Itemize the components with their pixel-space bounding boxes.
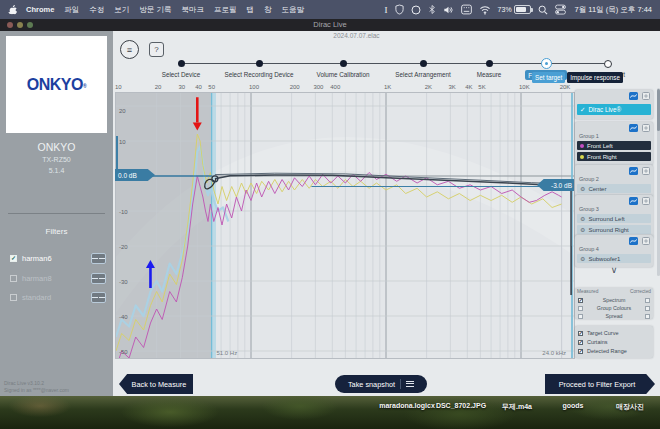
filter-label[interactable]: harman6 <box>22 254 52 263</box>
menubar-items: Chrome파일수정보기방문 기록북마크프로필탭창도움말 <box>19 5 309 15</box>
window-titlebar[interactable]: Dirac Live <box>0 19 660 31</box>
battery-indicator[interactable]: 73% <box>498 5 531 14</box>
group-options-icon[interactable] <box>642 92 650 100</box>
tab-impulse-response[interactable]: Impulse response <box>567 72 623 83</box>
group-curve-icon[interactable] <box>629 197 638 205</box>
filter-label[interactable]: standard <box>22 293 51 302</box>
desktop-file-label[interactable]: goods <box>563 402 584 409</box>
group-label: Group 3 <box>579 206 651 212</box>
measured-checkbox[interactable] <box>578 306 583 311</box>
speaker-row[interactable]: ⚙Surround Left <box>577 214 651 223</box>
step-dot-1[interactable] <box>256 60 263 67</box>
menu-item-1[interactable]: 파일 <box>59 5 84 15</box>
step-dot-5[interactable] <box>541 58 552 69</box>
record-circle-icon[interactable] <box>411 4 421 16</box>
filter-row[interactable]: harman8 <box>10 273 106 283</box>
desktop-file-label[interactable]: DSC_8702.JPG <box>436 402 486 409</box>
filter-label[interactable]: harman8 <box>22 274 52 283</box>
group-options-icon[interactable] <box>642 237 650 245</box>
target-level-flag-right[interactable]: -3.0 dB <box>537 179 574 191</box>
speaker-row[interactable]: ⚙Subwoofer1 <box>577 254 651 263</box>
app-version-info: Dirac Live v3.10.2 Signed in as ****@nav… <box>4 380 69 393</box>
step-dot-2[interactable] <box>340 60 347 67</box>
group-curve-icon[interactable] <box>629 167 638 175</box>
take-snapshot-button[interactable]: Take snapshot <box>335 375 427 393</box>
step-dot-0[interactable] <box>178 60 185 67</box>
keyboard-icon <box>92 278 98 279</box>
wifi-icon[interactable] <box>479 4 491 16</box>
tab-set-target[interactable]: Set target <box>532 72 565 83</box>
apple-icon[interactable] <box>8 4 19 16</box>
menu-item-7[interactable]: 탭 <box>241 5 259 15</box>
desktop-file-label[interactable]: 무제.m4a <box>502 402 532 412</box>
group-options-icon[interactable] <box>642 124 650 132</box>
corrected-checkbox[interactable] <box>645 314 650 319</box>
step-label-1[interactable]: Select Recording Device <box>211 71 307 78</box>
text-cursor-icon[interactable]: I <box>385 4 388 16</box>
filter-edit-button[interactable] <box>91 273 106 284</box>
measured-checkbox[interactable] <box>578 314 583 319</box>
desktop-file-label[interactable]: maradona.logicx <box>379 402 435 409</box>
speaker-row[interactable]: ✓Dirac Live® <box>577 104 651 115</box>
filter-checkbox[interactable] <box>10 294 17 301</box>
bluetooth-icon[interactable] <box>428 4 436 16</box>
display-checkbox[interactable]: ✓ <box>578 340 583 345</box>
shield-icon[interactable] <box>395 4 404 16</box>
speaker-row[interactable]: Front Right <box>577 152 651 161</box>
back-to-measure-button[interactable]: Back to Measure <box>119 374 193 394</box>
group-label: Group 1 <box>579 133 651 139</box>
y-tick-label: -50 <box>119 349 128 355</box>
speaker-row[interactable]: ⚙Surround Right <box>577 225 651 234</box>
menu-item-3[interactable]: 보기 <box>109 5 134 15</box>
panel-scrollbar[interactable] <box>657 88 660 276</box>
proceed-to-filter-export-button[interactable]: Proceed to Filter Export <box>545 374 655 394</box>
volume-icon[interactable] <box>443 4 454 16</box>
group-curve-icon[interactable] <box>629 237 638 245</box>
chevron-down-icon[interactable]: ∨ <box>599 266 629 276</box>
menu-item-8[interactable]: 창 <box>259 5 277 15</box>
menu-item-4[interactable]: 방문 기록 <box>134 5 176 15</box>
overlay-options-box: Measured Corrected ✓SpectrumGroup Colour… <box>575 288 653 319</box>
group-curve-icon[interactable] <box>629 124 638 132</box>
filter-checkbox[interactable]: ✓ <box>10 255 17 262</box>
speaker-row[interactable]: Front Left <box>577 141 651 150</box>
filter-edit-button[interactable] <box>91 292 106 303</box>
step-dot-6[interactable] <box>604 60 612 68</box>
step-dot-4[interactable] <box>486 60 493 67</box>
filter-edit-button[interactable] <box>91 253 106 264</box>
menubar-clock[interactable]: 7월 11일 (목) 오후 7:44 <box>573 5 652 15</box>
display-checkbox[interactable]: ✓ <box>578 349 583 354</box>
display-checkbox[interactable]: ✓ <box>578 331 583 336</box>
corrected-checkbox[interactable] <box>645 298 650 303</box>
target-level-flag-left[interactable]: 0.0 dB <box>115 169 155 181</box>
x-tick-label: 1K <box>384 84 391 90</box>
filter-row[interactable]: standard <box>10 292 106 302</box>
spotlight-icon[interactable] <box>538 4 548 16</box>
group-card-icons <box>629 237 650 245</box>
gear-icon: ⚙ <box>580 227 585 233</box>
menu-item-9[interactable]: 도움말 <box>276 5 309 15</box>
menu-item-2[interactable]: 수정 <box>84 5 109 15</box>
overlay-row: Group Colours <box>575 304 653 312</box>
filter-row[interactable]: ✓harman6 <box>10 253 106 263</box>
measured-checkbox[interactable]: ✓ <box>578 298 583 303</box>
corrected-checkbox[interactable] <box>645 306 650 311</box>
device-sidebar: ONKYO® ONKYO TX-RZ50 5.1.4 Filters ✓harm… <box>0 31 113 396</box>
control-center-icon[interactable] <box>555 4 566 16</box>
group-options-icon[interactable] <box>642 197 650 205</box>
menu-item-5[interactable]: 북마크 <box>176 5 209 15</box>
desktop-file-label[interactable]: 매장사진 <box>616 402 644 412</box>
snapshot-list-icon[interactable] <box>406 381 414 387</box>
group-curve-icon[interactable] <box>629 92 638 100</box>
chart-canvas[interactable]: 2010-10-20-30-40-5051.0 Hz24.0 kHz <box>116 93 574 358</box>
menu-item-6[interactable]: 프로필 <box>209 5 242 15</box>
speaker-name: Subwoofer1 <box>588 256 620 262</box>
filters-title: Filters <box>0 227 113 236</box>
step-dot-3[interactable] <box>420 60 427 67</box>
group-options-icon[interactable] <box>642 167 650 175</box>
input-source-icon[interactable] <box>461 4 472 16</box>
filter-checkbox[interactable] <box>10 275 17 282</box>
menu-item-0[interactable]: Chrome <box>19 5 59 14</box>
speaker-row[interactable]: ⚙Center <box>577 184 651 193</box>
frequency-response-chart[interactable]: 2010-10-20-30-40-5051.0 Hz24.0 kHz <box>115 92 575 359</box>
